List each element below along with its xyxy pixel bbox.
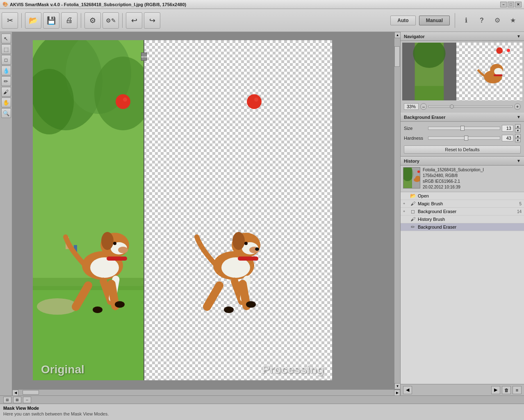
redo-button[interactable]: ↪ <box>144 12 160 29</box>
history-title: History <box>404 159 419 163</box>
settings2-button[interactable]: ⚙✎ <box>103 12 119 29</box>
history-thumb <box>403 167 420 188</box>
hscroll-track[interactable] <box>18 390 394 395</box>
expand-magic-icon: + <box>403 202 408 206</box>
bottom-bar-title: Mask View Mode <box>3 406 521 411</box>
history-arrow[interactable]: ▼ <box>517 159 521 163</box>
svg-point-30 <box>232 232 245 250</box>
size-stepper[interactable]: ▲ ▼ <box>515 124 521 132</box>
hand-tool[interactable]: ✋ <box>1 98 11 107</box>
vscroll-down[interactable]: ▼ <box>394 383 400 389</box>
svg-rect-45 <box>415 86 444 100</box>
original-image <box>33 40 144 380</box>
auto-mode-button[interactable]: Auto <box>390 16 415 25</box>
hardness-up[interactable]: ▲ <box>515 134 521 138</box>
bottom-info-bar: Mask View Mode Here you can switch betwe… <box>0 404 524 420</box>
zoom-slider[interactable] <box>428 105 513 108</box>
right-panel: Navigator ▼ <box>400 32 524 395</box>
info-button[interactable]: ℹ <box>460 14 472 27</box>
svg-point-25 <box>123 98 127 102</box>
size-slider[interactable] <box>428 127 500 130</box>
svg-point-24 <box>116 94 130 109</box>
history-item-bg-eraser-2[interactable]: ✏ Background Eraser <box>401 223 524 231</box>
hscroll-left[interactable]: ◀ <box>12 390 18 396</box>
history-file-row: Fotolia_15268418_Subscription_I 1756x248… <box>401 166 524 192</box>
size-down[interactable]: ▼ <box>515 128 521 132</box>
hscroll-right[interactable]: ▶ <box>394 390 400 396</box>
zoom-out-button[interactable]: – <box>420 103 427 110</box>
history-item-history-brush[interactable]: 🖌 History Brush <box>401 216 524 223</box>
svg-point-38 <box>224 306 234 313</box>
svg-point-39 <box>246 301 256 308</box>
mask-view-btn-3[interactable]: ↔ <box>23 397 31 403</box>
pencil-tool[interactable]: ✏ <box>1 76 11 86</box>
print-button[interactable]: 🖨 <box>61 12 77 29</box>
minimize-button[interactable]: – <box>500 2 507 7</box>
mask-view-btn-1[interactable]: ⊞ <box>3 397 11 403</box>
history-item-magic-brush[interactable]: + 🖌 Magic Brush 5 <box>401 200 524 208</box>
toolbar-separator-1 <box>21 13 22 28</box>
hardness-value: 43 <box>502 135 513 141</box>
history-item-bg-eraser-1-label: Background Eraser <box>418 209 456 214</box>
undo-button[interactable]: ↩ <box>126 12 142 29</box>
original-label: Original <box>41 363 84 376</box>
history-play-button[interactable]: ▶ <box>491 386 500 394</box>
history-back-button[interactable]: ◀ <box>403 386 412 394</box>
reset-defaults-button[interactable]: Reset to Defaults <box>404 145 521 154</box>
canvas-hscroll[interactable]: ◀ ▶ <box>12 389 400 395</box>
svg-rect-36 <box>201 280 225 312</box>
manual-mode-button[interactable]: Manual <box>419 16 450 25</box>
history-clear-button[interactable]: ≡ <box>513 386 522 394</box>
open-button[interactable]: 📂 <box>25 12 41 29</box>
select-tool[interactable]: ⬚ <box>1 44 11 54</box>
svg-point-56 <box>415 176 420 180</box>
bg-eraser-arrow[interactable]: ▼ <box>517 115 521 119</box>
close-button[interactable]: ✕ <box>515 2 522 7</box>
bg-eraser-1-icon: ◻ <box>410 209 416 214</box>
bg-eraser-content: Size 13 ▲ ▼ Hardness 43 ▲ ▼ <box>401 122 524 157</box>
zoom-tool[interactable]: 🔍 <box>1 108 11 118</box>
svg-rect-40 <box>238 257 258 261</box>
brush-tool[interactable]: 🖌 <box>1 87 11 97</box>
canvas-divider[interactable]: ⟺ <box>144 40 144 380</box>
bg-eraser-header: Background Eraser ▼ <box>401 113 524 122</box>
zoom-in-button[interactable]: + <box>514 103 521 110</box>
maximize-button[interactable]: □ <box>508 2 514 7</box>
save-button[interactable]: 💾 <box>43 12 59 29</box>
hardness-slider-thumb[interactable] <box>464 136 468 141</box>
hardness-down[interactable]: ▼ <box>515 138 521 142</box>
size-label: Size <box>404 126 426 131</box>
hardness-slider[interactable] <box>428 136 500 140</box>
history-brush-icon: 🖌 <box>410 216 416 222</box>
eraser-tool[interactable]: ◻ <box>1 55 11 65</box>
svg-point-33 <box>255 247 259 251</box>
favorite-button[interactable]: ★ <box>507 14 519 27</box>
processing-panel: Processing <box>144 40 332 380</box>
hscroll-thumb[interactable] <box>23 390 39 395</box>
history-footer: ◀ ▶ 🗑 ≡ <box>401 384 524 395</box>
navigator-arrow[interactable]: ▼ <box>517 34 521 39</box>
nav-original-side <box>402 43 456 100</box>
help-button[interactable]: ? <box>476 14 488 27</box>
history-delete-button[interactable]: 🗑 <box>502 386 511 394</box>
svg-point-31 <box>244 242 248 245</box>
arrow-tool[interactable]: ↖ <box>1 34 11 43</box>
mask-view-btn-2[interactable]: ⊠ <box>13 397 21 403</box>
svg-point-41 <box>247 94 262 109</box>
settings1-button[interactable]: ⚙ <box>84 12 101 29</box>
bg-eraser-1-count: 14 <box>517 209 522 214</box>
size-up[interactable]: ▲ <box>515 124 521 128</box>
hardness-stepper[interactable]: ▲ ▼ <box>515 134 521 142</box>
history-item-bg-eraser-1[interactable]: + ◻ Background Eraser 14 <box>401 208 524 216</box>
size-slider-thumb[interactable] <box>460 126 465 131</box>
toolbar-right: Auto Manual ℹ ? ⚙ ★ <box>390 13 519 28</box>
toolbar-separator-3 <box>122 13 123 28</box>
canvas-vscroll[interactable]: ▲ ▼ <box>394 32 400 389</box>
history-item-open[interactable]: 📂 Open <box>401 192 524 200</box>
magic-brush-count: 5 <box>519 202 522 206</box>
preferences-button[interactable]: ⚙ <box>491 14 503 27</box>
scissors-button[interactable]: ✂ <box>2 12 18 29</box>
zoom-slider-thumb[interactable] <box>450 104 454 109</box>
vscroll-up[interactable]: ▲ <box>394 32 400 38</box>
dropper-tool[interactable]: 💧 <box>1 66 11 75</box>
